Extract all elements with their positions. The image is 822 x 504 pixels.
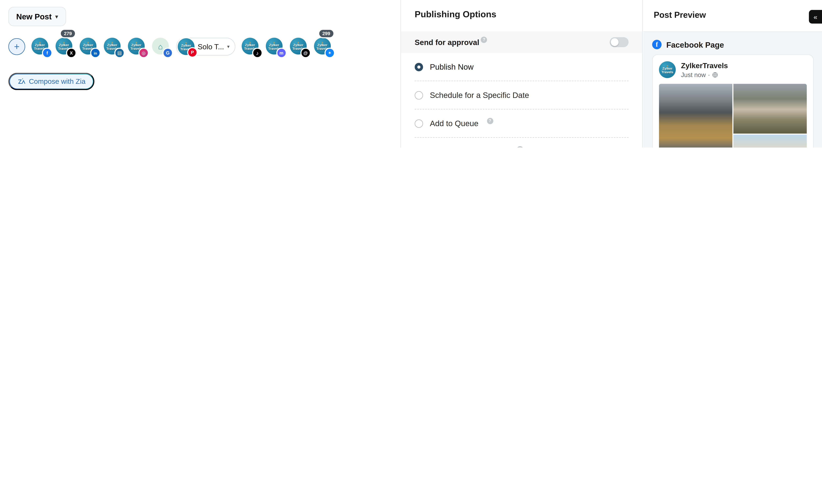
option-label: Schedule for a Specific Date [430, 91, 529, 100]
account-mastodon[interactable]: ☀ZylkerTravels m [266, 38, 284, 56]
zia-icon [17, 78, 25, 85]
radio-icon[interactable] [415, 91, 423, 99]
facebook-section-header: f Facebook Page [652, 40, 822, 49]
account-instagram[interactable]: ☀ZylkerTravels ◎ [128, 38, 146, 56]
compose-with-zia-button[interactable]: Compose with Zia [8, 73, 94, 90]
help-icon[interactable]: ? [517, 146, 523, 148]
bluesky-count-badge: 299 [319, 30, 333, 37]
facebook-account-name: ZylkerTravels [681, 61, 728, 70]
x-count-badge: 279 [61, 30, 75, 37]
account-facebook[interactable]: ☀ZylkerTravels f [31, 38, 49, 56]
linkedin-icon: in [91, 49, 100, 57]
threads-icon: @ [301, 49, 310, 57]
collage-image-castle[interactable] [733, 84, 807, 134]
account-row: + ☀ZylkerTravels f 279 ☀ZylkerTravels X … [8, 33, 332, 56]
account-bluesky[interactable]: 299 ☀ZylkerTravels ✶ [314, 38, 332, 56]
post-preview-panel: Post Preview « f Facebook Page ☀ZylkerTr… [643, 0, 822, 148]
bluesky-icon: ✶ [326, 49, 334, 57]
composer-panel: New Post ▾ + ☀ZylkerTravels f 279 ☀Zylke… [0, 0, 401, 148]
account-threads[interactable]: ☀ZylkerTravels @ [290, 38, 308, 56]
chevron-down-icon: ▾ [55, 14, 58, 19]
new-post-label: New Post [16, 12, 52, 21]
help-icon[interactable]: ? [481, 36, 487, 43]
facebook-media-collage: +6 [659, 84, 807, 148]
group-pill-label: Solo T... [197, 42, 224, 51]
facebook-preview-card: ☀ZylkerTravels ZylkerTravels Just now· [652, 55, 814, 148]
account-group-pinterest[interactable]: ☀ZylkerTravels P Solo T... ▾ [176, 38, 235, 56]
collage-image-old-town[interactable] [733, 135, 807, 148]
mastodon-icon: m [277, 49, 286, 57]
facebook-post-meta: Just now· [681, 71, 728, 79]
collage-image-mountain-road[interactable] [659, 84, 732, 148]
radio-icon[interactable] [415, 119, 423, 127]
send-for-approval-row: Send for approval ? [401, 31, 642, 53]
account-linkedin-page[interactable]: ☀ZylkerTravels ▤ [104, 38, 121, 56]
facebook-icon: f [652, 40, 662, 49]
account-linkedin[interactable]: ☀ZylkerTravels in [80, 38, 97, 56]
option-label: Add to Queue [430, 119, 478, 128]
tiktok-icon: ♪ [253, 49, 262, 57]
account-pinterest[interactable]: ☀ZylkerTravels P [178, 38, 194, 55]
option-schedule[interactable]: Schedule for a Specific Date [415, 81, 629, 109]
post-preview-title: Post Preview [654, 11, 706, 20]
publishing-options-panel: Publishing Options Send for approval ? P… [401, 0, 643, 148]
option-publish-now[interactable]: Publish Now [415, 53, 629, 81]
post-preview-body: f Facebook Page ☀ZylkerTravels ZylkerTra… [643, 31, 822, 148]
option-label: Publish Now [430, 62, 474, 71]
chevron-down-icon: ▾ [227, 44, 230, 49]
post-composer-window: New Post ▾ + ☀ZylkerTravels f 279 ☀Zylke… [0, 0, 822, 148]
post-preview-header: Post Preview « [643, 0, 822, 32]
instagram-icon: ◎ [139, 49, 148, 57]
send-for-approval-label: Send for approval [415, 38, 479, 46]
x-icon: X [67, 49, 75, 57]
collapse-panel-button[interactable]: « [809, 10, 822, 24]
new-post-button[interactable]: New Post ▾ [8, 7, 66, 26]
facebook-section-label: Facebook Page [666, 40, 724, 49]
account-tiktok[interactable]: ☀ZylkerTravels ♪ [242, 38, 260, 56]
company-building-icon: ▤ [115, 49, 124, 57]
publishing-options-list: Publish Now Schedule for a Specific Date… [401, 53, 642, 148]
avatar: ☀ZylkerTravels [659, 61, 676, 78]
google-icon: G [163, 49, 172, 57]
option-label: Choose a SmartQ Slot [430, 147, 509, 148]
toggle-knob [611, 38, 619, 46]
facebook-icon: f [43, 49, 51, 57]
radio-selected-icon[interactable] [415, 63, 423, 71]
option-smartq-slot[interactable]: Choose a SmartQ Slot ? [415, 138, 629, 148]
pinterest-icon: P [188, 48, 196, 57]
approval-toggle[interactable] [610, 37, 629, 47]
add-account-button[interactable]: + [8, 38, 25, 55]
zia-button-label: Compose with Zia [29, 78, 85, 85]
account-x[interactable]: 279 ☀ZylkerTravels X [56, 38, 73, 56]
option-add-to-queue[interactable]: Add to Queue ? [415, 109, 629, 138]
account-google-business[interactable]: ⌂ G [152, 38, 170, 56]
globe-icon [712, 72, 719, 78]
help-icon[interactable]: ? [487, 118, 493, 124]
publishing-options-title: Publishing Options [415, 9, 496, 20]
